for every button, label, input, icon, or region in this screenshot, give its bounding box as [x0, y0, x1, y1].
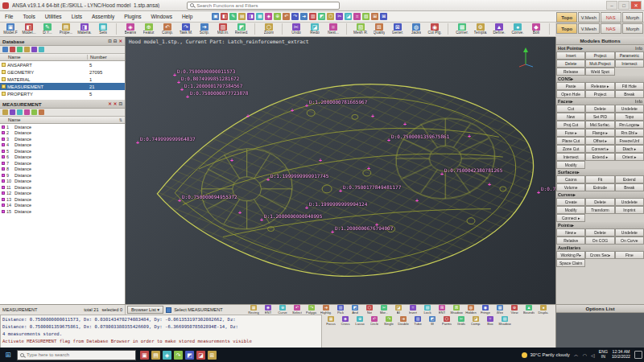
checkbox-icon[interactable] [2, 63, 6, 67]
module-button-extend[interactable]: Extend [615, 175, 644, 183]
function-search-box[interactable] [187, 2, 340, 10]
quick-toolbar-icon[interactable]: ⊠ [380, 13, 387, 20]
options-icon[interactable]: ⊡ [118, 101, 122, 106]
toolbar-button-templa[interactable]: ⊚Templa. [472, 23, 489, 35]
module-button-delete[interactable]: Delete [556, 60, 585, 68]
menu-plugins[interactable]: Plugins [122, 13, 142, 20]
taskbar-search-box[interactable] [17, 350, 136, 360]
toolbar-button-zoom[interactable]: ⬡Zoom [260, 23, 278, 35]
module-button-spaceclaim[interactable]: Space Claim [556, 259, 585, 267]
bottom-tool-parms[interactable]: ⬡Parms [440, 316, 454, 328]
module-button-project[interactable]: Project [585, 90, 614, 98]
module-button-oncog[interactable]: On COG [585, 237, 614, 245]
panel-tool-icon[interactable] [10, 109, 15, 115]
quick-toolbar-icon[interactable]: ◩ [318, 13, 325, 20]
module-button-orient[interactable]: Orient ▸ [615, 153, 644, 161]
column-name[interactable]: Name [0, 55, 88, 60]
quick-toolbar-icon[interactable]: ⬡ [327, 13, 334, 20]
module-button-insert[interactable]: Insert [556, 51, 585, 60]
quick-toolbar-icon[interactable]: ✎ [229, 13, 237, 20]
quick-toolbar-icon[interactable]: ▥ [309, 13, 316, 20]
toolbar-button-meshr[interactable]: ▧Mesh R. [352, 23, 369, 35]
module-button-convert[interactable]: Convert ▸ [585, 145, 614, 153]
bottom-tool-not[interactable]: ⬡Not [362, 305, 377, 315]
module-button-flange[interactable]: Flange ▸ [585, 129, 614, 137]
panel-tool-icon[interactable] [2, 109, 8, 115]
bottom-tool-comp[interactable]: ◪Comp. [469, 316, 483, 328]
module-button-volume[interactable]: Volume [556, 183, 585, 191]
module-button-modify[interactable]: Modify [556, 161, 585, 169]
measurement-list-item[interactable]: 9Distance [0, 172, 125, 179]
module-button-break[interactable]: Break [615, 90, 644, 98]
measurement-list-item[interactable]: 12Distance [0, 191, 125, 197]
bottom-tool-mor[interactable]: ✂Mor... [377, 305, 391, 315]
toolbar-button-taskm[interactable]: ↷Task M. [177, 23, 195, 35]
menu-lists[interactable]: Lists [70, 13, 84, 20]
module-button-intersect[interactable]: Intersect [556, 153, 585, 161]
bottom-tool-hidden[interactable]: ◍Hidden [464, 305, 478, 315]
language-indicator[interactable]: ENG IN [599, 350, 608, 360]
module-button-paste[interactable]: Paste [556, 82, 585, 90]
panel-tool-icon[interactable] [24, 47, 30, 52]
bottom-tool-bounds[interactable]: ▲Bounds [522, 305, 536, 315]
toolbar-button-model[interactable]: ◧Model... [20, 23, 38, 35]
module-button-delete[interactable]: Delete [585, 198, 614, 206]
browser-icon[interactable]: ▤ [151, 351, 160, 360]
quick-toolbar-icon[interactable]: ➔ [300, 13, 308, 20]
panel-tool-icon[interactable] [17, 47, 23, 52]
quick-toolbar-icon[interactable]: ◈ [265, 13, 272, 20]
module-tab-vmesh[interactable]: V.Mesh [578, 23, 599, 34]
module-button-undelete[interactable]: Undelete [615, 228, 644, 237]
module-button-rmlogos[interactable]: Rm.Logos▸ [615, 121, 644, 129]
quick-toolbar-icon[interactable]: ◨ [247, 13, 254, 20]
volume-icon[interactable]: ◁ [591, 352, 595, 358]
module-button-multproject[interactable]: Mult.Project [585, 60, 614, 68]
bottom-tool-lasso[interactable]: ⊕Lasso [353, 316, 367, 328]
bottom-tool-and[interactable]: ◩And [348, 305, 362, 315]
module-button-new[interactable]: New ▸ [556, 228, 585, 237]
bottom-tool-invert[interactable]: ⌗Invert [406, 305, 420, 315]
menu-help[interactable]: Help [180, 13, 194, 20]
toolbar-button-dy[interactable]: ✎D.Y... [39, 23, 56, 35]
module-button-new[interactable]: New [556, 113, 585, 121]
clear-icon[interactable]: ✕ [108, 101, 112, 106]
toolbar-button-next[interactable]: ⌗Next... [324, 23, 342, 35]
checkbox-icon[interactable] [2, 77, 6, 81]
module-button-fillhole[interactable]: Fill Hole [615, 82, 644, 90]
module-button-undelete[interactable]: Undelete [615, 198, 644, 206]
edge-icon[interactable]: ◈ [163, 351, 171, 360]
delete-all-icon[interactable]: ✕ [114, 101, 118, 106]
measurement-list-item[interactable]: 10Distance [0, 179, 125, 185]
checkbox-icon[interactable] [2, 84, 6, 88]
network-icon[interactable]: ◠ [583, 352, 587, 358]
module-tab-vmesh[interactable]: V.Mesh [578, 12, 599, 23]
module-button-weldspot[interactable]: Weld Spot [585, 68, 614, 76]
module-button-offset[interactable]: Offset ▸ [585, 137, 614, 145]
module-button-diach[interactable]: Diach ▸ [615, 145, 644, 153]
toolbar-button-comp[interactable]: ↶Comp. [159, 23, 176, 35]
measurement-list-item[interactable]: 8Distance [0, 167, 125, 173]
quick-toolbar-icon[interactable]: ⌗ [353, 13, 361, 20]
bottom-tool-view[interactable]: ⊚View [507, 305, 522, 315]
module-button-coons[interactable]: Coons [556, 175, 585, 183]
quick-toolbar-icon[interactable]: ▦ [256, 13, 263, 20]
toolbar-button-corner[interactable]: ▩Corner. [453, 23, 471, 35]
quick-toolbar-icon[interactable]: ▣ [212, 13, 219, 20]
module-button-parametric[interactable]: Parametric [615, 51, 644, 60]
module-tab-nas[interactable]: NAS [601, 12, 621, 23]
quick-toolbar-icon[interactable]: ✂ [336, 13, 343, 20]
bottom-tool-circle[interactable]: ↶Circle [367, 316, 382, 328]
options-list-content[interactable] [556, 313, 644, 348]
panel-tool-icon[interactable] [39, 109, 44, 115]
measurement-list-item[interactable]: 14Distance [0, 203, 125, 209]
bottom-tool-double[interactable]: ➔Double [396, 316, 411, 328]
measurement-list-item[interactable]: 13Distance [0, 196, 125, 203]
module-button-release[interactable]: Release [556, 68, 585, 76]
checkbox-icon[interactable] [2, 70, 6, 74]
quick-toolbar-icon[interactable]: ▤ [238, 13, 246, 20]
measurement-column-name[interactable]: Name [0, 117, 119, 122]
column-number[interactable]: Number [88, 55, 125, 60]
taskbar-search-input[interactable] [27, 352, 133, 357]
toolbar-button-bolt[interactable]: ◆Bolt [527, 23, 545, 35]
toolbar-button-prope[interactable]: ▤Prope... [57, 23, 75, 35]
